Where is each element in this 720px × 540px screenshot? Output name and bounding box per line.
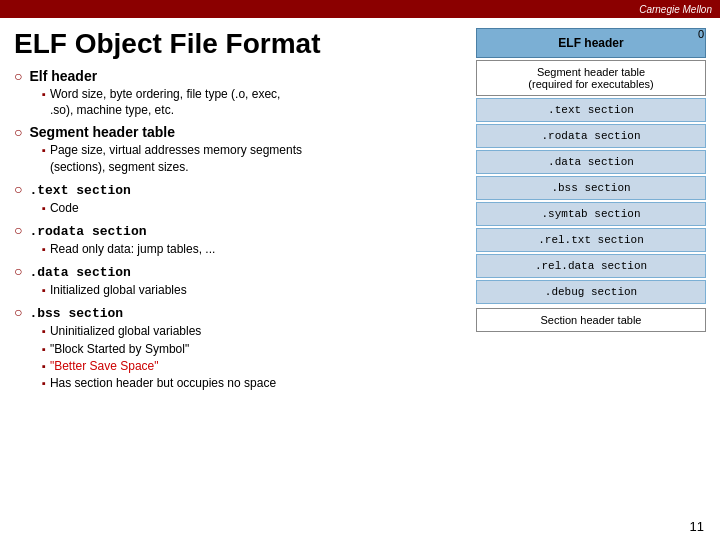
- sub-bullet: ▪ Word size, byte ordering, file type (.…: [42, 86, 464, 118]
- bullet-icon: ▪: [42, 376, 46, 391]
- sub-bullet: ▪ Read only data: jump tables, ...: [42, 241, 464, 257]
- section-heading-label: .data section: [29, 265, 130, 280]
- sub-bullet-text: Has section header but occupies no space: [50, 375, 276, 391]
- section-heading-label: Segment header table: [29, 124, 175, 140]
- sub-bullets-segment: ▪ Page size, virtual addresses memory se…: [42, 142, 464, 174]
- section-heading-label: .bss section: [29, 306, 123, 321]
- section-heading-segment-header: ○ Segment header table: [14, 124, 464, 140]
- bullet-icon: ▪: [42, 283, 46, 298]
- sub-bullets-data: ▪ Initialized global variables: [42, 282, 464, 298]
- right-wrapper: 0 ELF header Segment header table(requir…: [476, 28, 706, 534]
- sub-bullet: ▪ "Block Started by Symbol": [42, 341, 464, 357]
- main-content: ELF Object File Format ○ Elf header ▪ Wo…: [0, 18, 720, 540]
- bullet-circle: ○: [14, 124, 22, 140]
- sub-bullet-text: Read only data: jump tables, ...: [50, 241, 215, 257]
- text-section-box: .text section: [476, 98, 706, 122]
- bullet-icon: ▪: [42, 143, 46, 158]
- sub-bullet-text: Initialized global variables: [50, 282, 187, 298]
- symtab-section-box: .symtab section: [476, 202, 706, 226]
- sub-bullet-text: Page size, virtual addresses memory segm…: [50, 142, 302, 174]
- section-heading-data: ○ .data section: [14, 263, 464, 280]
- sub-bullets-text: ▪ Code: [42, 200, 464, 216]
- zero-label: 0: [698, 28, 704, 40]
- sub-bullet-text: Code: [50, 200, 79, 216]
- bullet-icon: ▪: [42, 324, 46, 339]
- section-header-table-box: Section header table: [476, 308, 706, 332]
- page-number: 11: [690, 519, 704, 534]
- debug-section-box: .debug section: [476, 280, 706, 304]
- section-item-rodata: ○ .rodata section ▪ Read only data: jump…: [14, 222, 464, 257]
- page-title: ELF Object File Format: [14, 28, 464, 60]
- section-item-elf-header: ○ Elf header ▪ Word size, byte ordering,…: [14, 68, 464, 118]
- sub-bullet: ▪ Initialized global variables: [42, 282, 464, 298]
- bullet-circle: ○: [14, 222, 22, 238]
- sub-bullets-elf-header: ▪ Word size, byte ordering, file type (.…: [42, 86, 464, 118]
- bullet-circle: ○: [14, 68, 22, 84]
- bullet-circle: ○: [14, 181, 22, 197]
- section-item-segment-header: ○ Segment header table ▪ Page size, virt…: [14, 124, 464, 174]
- section-heading-text: ○ .text section: [14, 181, 464, 198]
- top-bar: Carnegie Mellon: [0, 0, 720, 18]
- left-panel: ELF Object File Format ○ Elf header ▪ Wo…: [14, 28, 464, 534]
- sub-bullets-rodata: ▪ Read only data: jump tables, ...: [42, 241, 464, 257]
- section-heading-label: .text section: [29, 183, 130, 198]
- elf-header-box: ELF header: [476, 28, 706, 58]
- sub-bullets-bss: ▪ Uninitialized global variables ▪ "Bloc…: [42, 323, 464, 391]
- sub-bullet-text: "Better Save Space": [50, 358, 159, 374]
- rodata-section-box: .rodata section: [476, 124, 706, 148]
- section-item-bss: ○ .bss section ▪ Uninitialized global va…: [14, 304, 464, 391]
- rel-data-section-box: .rel.data section: [476, 254, 706, 278]
- section-heading-label: Elf header: [29, 68, 97, 84]
- bss-section-box: .bss section: [476, 176, 706, 200]
- section-heading-bss: ○ .bss section: [14, 304, 464, 321]
- right-panel: 0 ELF header Segment header table(requir…: [476, 28, 706, 334]
- sub-bullet: ▪ Uninitialized global variables: [42, 323, 464, 339]
- top-bar-title: Carnegie Mellon: [639, 4, 712, 15]
- bullet-icon: ▪: [42, 242, 46, 257]
- section-item-data: ○ .data section ▪ Initialized global var…: [14, 263, 464, 298]
- sub-bullet: ▪ "Better Save Space": [42, 358, 464, 374]
- sub-bullet-text: Word size, byte ordering, file type (.o,…: [50, 86, 281, 118]
- sub-bullet: ▪ Code: [42, 200, 464, 216]
- rel-txt-section-box: .rel.txt section: [476, 228, 706, 252]
- section-heading-rodata: ○ .rodata section: [14, 222, 464, 239]
- sub-bullet-text: Uninitialized global variables: [50, 323, 201, 339]
- seg-header-box: Segment header table(required for execut…: [476, 60, 706, 96]
- bullet-circle: ○: [14, 263, 22, 279]
- section-heading-label: .rodata section: [29, 224, 146, 239]
- bullet-icon: ▪: [42, 201, 46, 216]
- sub-bullet: ▪ Has section header but occupies no spa…: [42, 375, 464, 391]
- section-item-text: ○ .text section ▪ Code: [14, 181, 464, 216]
- sub-bullet-text: "Block Started by Symbol": [50, 341, 189, 357]
- sub-bullet: ▪ Page size, virtual addresses memory se…: [42, 142, 464, 174]
- bullet-icon: ▪: [42, 342, 46, 357]
- bullet-icon: ▪: [42, 87, 46, 102]
- section-heading-elf-header: ○ Elf header: [14, 68, 464, 84]
- bullet-icon: ▪: [42, 359, 46, 374]
- bullet-circle: ○: [14, 304, 22, 320]
- data-section-box: .data section: [476, 150, 706, 174]
